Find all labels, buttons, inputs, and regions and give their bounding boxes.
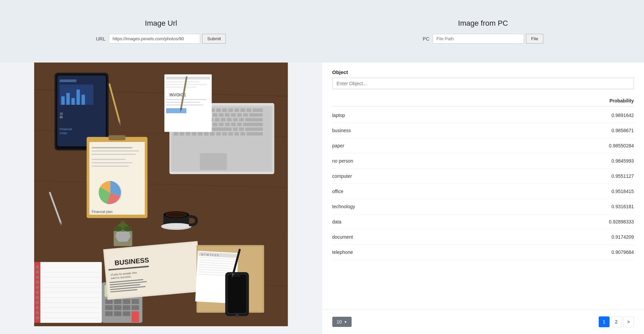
svg-rect-103 (210, 132, 215, 136)
object-name: document (332, 234, 353, 240)
svg-rect-65 (237, 113, 242, 117)
svg-rect-86 (219, 123, 223, 126)
probability-value: 0.9551127 (612, 173, 634, 179)
svg-point-144 (35, 276, 39, 279)
svg-rect-51 (234, 109, 239, 112)
svg-rect-109 (246, 132, 263, 136)
svg-rect-66 (243, 113, 248, 117)
svg-rect-35 (92, 166, 129, 167)
pc-section: Image from PC PC File (322, 0, 644, 63)
svg-text:Financial: Financial (59, 127, 72, 131)
svg-text:80: 80 (59, 116, 63, 119)
table-row: business 0.9858671 (332, 123, 634, 138)
page-buttons: 12> (599, 316, 634, 327)
probability-value: 0.9316181 (612, 204, 634, 209)
table-row: computer 0.9551127 (332, 169, 634, 184)
object-name: business (332, 128, 351, 133)
svg-rect-16 (61, 96, 65, 105)
svg-point-150 (35, 306, 39, 309)
svg-rect-101 (198, 132, 202, 136)
object-name: paper (332, 143, 344, 148)
svg-rect-77 (233, 118, 238, 121)
svg-rect-104 (216, 132, 221, 136)
svg-rect-30 (92, 147, 132, 148)
svg-rect-28 (109, 135, 125, 140)
per-page-label: 10 (337, 319, 342, 325)
svg-rect-67 (249, 113, 263, 117)
probability-value: 0.9891642 (612, 113, 634, 118)
table-row: data 0.92898333 (332, 214, 634, 230)
svg-rect-168 (132, 299, 139, 304)
table-row: paper 0.98550284 (332, 138, 634, 153)
object-search-input[interactable] (332, 78, 634, 89)
object-name: data (332, 219, 341, 224)
object-name: telephone (332, 249, 353, 255)
svg-rect-79 (245, 118, 263, 121)
svg-text:Financial plan: Financial plan (92, 210, 113, 214)
svg-rect-205 (234, 275, 240, 277)
svg-rect-204 (228, 275, 246, 313)
svg-rect-120 (166, 108, 186, 113)
svg-rect-50 (228, 109, 233, 112)
svg-rect-48 (216, 109, 221, 112)
svg-point-127 (167, 213, 186, 217)
svg-point-151 (35, 311, 39, 314)
svg-rect-98 (180, 132, 184, 136)
svg-rect-88 (231, 123, 236, 126)
svg-rect-117 (166, 99, 207, 100)
svg-rect-113 (166, 81, 200, 82)
pc-input-row: PC File (423, 34, 543, 44)
object-section: Object (332, 69, 634, 95)
svg-rect-105 (222, 132, 227, 136)
svg-rect-96 (245, 127, 263, 131)
svg-rect-85 (213, 123, 217, 126)
svg-rect-97 (173, 132, 178, 136)
object-name: laptop (332, 113, 345, 118)
object-name: office (332, 189, 343, 194)
svg-rect-61 (213, 113, 217, 117)
per-page-button[interactable]: 10 ▼ (332, 317, 352, 327)
table-row: office 0.9518415 (332, 184, 634, 199)
svg-rect-94 (233, 127, 238, 131)
svg-rect-34 (92, 162, 132, 163)
svg-rect-95 (239, 127, 244, 131)
svg-point-135 (120, 221, 125, 228)
svg-rect-33 (92, 159, 125, 160)
results-section: Object Probability laptop 0.9891642 busi… (322, 63, 644, 309)
svg-rect-32 (92, 154, 136, 155)
svg-rect-74 (215, 118, 219, 121)
svg-rect-108 (240, 132, 245, 136)
svg-rect-173 (105, 311, 113, 316)
page-button-1[interactable]: 1 (599, 316, 610, 327)
svg-rect-170 (114, 305, 121, 310)
svg-rect-14 (59, 79, 76, 82)
svg-rect-31 (92, 150, 139, 151)
url-input[interactable] (109, 34, 200, 44)
table-row: telephone 0.9079684 (332, 245, 634, 260)
svg-rect-89 (237, 123, 242, 126)
page-button-2[interactable]: 2 (611, 316, 622, 327)
svg-point-206 (235, 314, 239, 317)
svg-rect-175 (123, 311, 130, 316)
url-input-row: URL Submit (96, 34, 226, 44)
svg-rect-179 (105, 243, 200, 298)
file-button[interactable]: File (526, 34, 543, 44)
results-list: laptop 0.9891642 business 0.9858671 pape… (332, 108, 634, 260)
table-row: laptop 0.9891642 (332, 108, 634, 123)
svg-rect-78 (239, 118, 244, 121)
svg-point-147 (35, 291, 39, 294)
desk-image: 10 80 Financial Chart (0, 63, 322, 326)
svg-rect-53 (246, 109, 251, 112)
submit-button[interactable]: Submit (202, 34, 226, 44)
svg-rect-29 (89, 142, 145, 215)
object-name: technology (332, 204, 355, 209)
next-page-button[interactable]: > (623, 316, 634, 327)
svg-rect-166 (114, 299, 121, 304)
file-path-input[interactable] (433, 34, 524, 44)
svg-rect-119 (166, 104, 203, 105)
svg-rect-52 (240, 109, 245, 112)
svg-point-152 (35, 316, 39, 319)
svg-point-148 (35, 296, 39, 299)
svg-rect-167 (123, 299, 130, 304)
svg-rect-62 (219, 113, 223, 117)
